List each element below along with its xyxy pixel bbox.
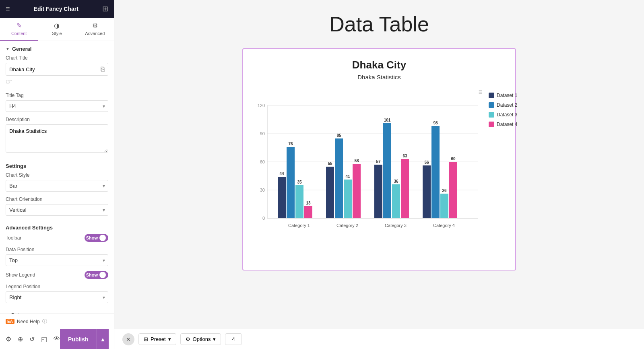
bar	[278, 177, 286, 218]
chart-toolbar[interactable]: ≡	[253, 89, 482, 96]
need-help-text: Need Help	[17, 319, 40, 324]
chart-subtitle-display: Dhaka Statistics	[253, 74, 506, 81]
legend-label-4: Dataset 4	[497, 122, 517, 127]
svg-text:36: 36	[394, 179, 398, 184]
description-field: Description Dhaka Statistics	[6, 117, 108, 154]
data-section-header[interactable]: ▶ Data	[6, 308, 108, 314]
bar	[423, 165, 431, 218]
toolbar-toggle[interactable]: Show	[85, 234, 108, 242]
legend-position-select[interactable]: RightLeftTopBottom	[6, 291, 108, 303]
bar	[335, 138, 343, 218]
chart-container: Dhaka City Dhaka Statistics ≡	[242, 48, 516, 271]
general-chevron-icon: ▼	[6, 47, 10, 51]
close-button[interactable]: ✕	[122, 333, 134, 345]
publish-expand-icon[interactable]: ▲	[97, 329, 109, 349]
bar	[304, 206, 312, 218]
svg-text:Category 1: Category 1	[288, 223, 310, 228]
legend-item-1: Dataset 1	[489, 93, 517, 98]
bottom-icons: ⚙ ⊕ ↺ ◱ 👁	[6, 335, 60, 343]
hamburger-icon[interactable]: ≡	[6, 5, 10, 13]
preset-grid-icon: ⊞	[144, 336, 148, 342]
copy-icon[interactable]: ⎘	[97, 63, 108, 75]
svg-text:56: 56	[424, 160, 429, 165]
bar	[431, 126, 440, 218]
sidebar-title: Edit Fancy Chart	[34, 6, 78, 12]
legend-label-3: Dataset 3	[497, 112, 517, 118]
title-tag-select[interactable]: H1H2H3H4H5H6	[6, 100, 108, 112]
template-bottom-icon[interactable]: ◱	[41, 335, 47, 343]
layers-bottom-icon[interactable]: ⊕	[18, 335, 23, 343]
chart-svg: 120 90 60 30 0 44	[253, 97, 482, 258]
bar	[449, 162, 457, 218]
svg-text:30: 30	[260, 188, 265, 192]
data-position-select[interactable]: TopBottomLeftRightNone	[6, 254, 108, 266]
chart-orientation-label: Chart Orientation	[6, 196, 108, 202]
svg-text:101: 101	[384, 118, 391, 122]
options-button[interactable]: ⚙ Options ▾	[180, 333, 221, 345]
show-legend-toggle-circle	[99, 272, 106, 278]
bottom-bar: ⚙ ⊕ ↺ ◱ 👁 Publish ▲ ✕ ⊞ Preset ▾ ⚙ Optio…	[0, 329, 644, 349]
bar	[383, 123, 391, 218]
grid-icon[interactable]: ⊞	[102, 4, 108, 13]
svg-text:76: 76	[288, 142, 293, 146]
show-legend-toggle[interactable]: Show	[85, 271, 108, 279]
legend-position-select-wrapper: RightLeftTopBottom	[6, 291, 108, 303]
toolbar-toggle-circle	[99, 235, 106, 241]
eye-bottom-icon[interactable]: 👁	[54, 335, 60, 343]
publish-button[interactable]: Publish	[60, 329, 97, 349]
tab-style[interactable]: ◑ Style	[38, 18, 76, 41]
options-gear-icon: ⚙	[186, 336, 190, 342]
bar	[353, 164, 361, 218]
chart-area: ≡ 120 90 60	[253, 89, 506, 260]
sidebar-header: ≡ Edit Fancy Chart ⊞	[0, 0, 114, 18]
bar	[326, 167, 334, 218]
tab-advanced[interactable]: ⚙ Advanced	[76, 18, 114, 41]
show-legend-label: Show Legend	[6, 272, 35, 278]
help-circle-icon: ⓘ	[42, 318, 47, 325]
chart-title-label: Chart Title	[6, 55, 108, 61]
svg-text:55: 55	[328, 161, 332, 166]
chart-title-input-wrapper: ⎘	[6, 63, 108, 76]
svg-text:35: 35	[297, 180, 302, 184]
bottom-bar-left: ⚙ ⊕ ↺ ◱ 👁 Publish ▲	[0, 329, 114, 349]
page-title: Data Table	[126, 12, 632, 36]
content-tab-icon: ✎	[17, 22, 22, 29]
preset-chevron-icon: ▾	[168, 336, 171, 342]
publish-section: Publish ▲	[60, 329, 109, 349]
chart-orientation-select[interactable]: VerticalHorizontal	[6, 204, 108, 216]
data-position-select-wrapper: TopBottomLeftRightNone	[6, 254, 108, 266]
legend-color-1	[489, 93, 494, 98]
svg-text:98: 98	[433, 121, 438, 125]
svg-text:0: 0	[262, 216, 265, 221]
svg-text:120: 120	[258, 103, 265, 108]
chart-style-select[interactable]: BarLinePieDoughnut	[6, 180, 108, 192]
title-tag-field: Title Tag H1H2H3H4H5H6	[6, 93, 108, 112]
undo-bottom-icon[interactable]: ↺	[29, 335, 35, 343]
svg-text:41: 41	[345, 174, 350, 179]
bar	[392, 184, 400, 218]
chart-orientation-select-wrapper: VerticalHorizontal	[6, 204, 108, 216]
title-tag-label: Title Tag	[6, 93, 108, 98]
legend-item-2: Dataset 2	[489, 102, 517, 108]
preset-button[interactable]: ⊞ Preset ▾	[138, 333, 176, 345]
bar	[440, 194, 448, 218]
general-section-header[interactable]: ▼ General	[6, 41, 108, 55]
svg-text:13: 13	[306, 201, 311, 205]
tab-content[interactable]: ✎ Content	[0, 18, 38, 41]
bar	[344, 180, 352, 218]
settings-bottom-icon[interactable]: ⚙	[6, 335, 11, 343]
sidebar-tabs: ✎ Content ◑ Style ⚙ Advanced	[0, 18, 114, 41]
svg-text:26: 26	[442, 188, 447, 193]
need-help-link[interactable]: EA Need Help ⓘ	[6, 318, 47, 325]
preset-label: Preset	[151, 336, 166, 342]
main-content: Data Table Dhaka City Dhaka Statistics ≡	[114, 0, 644, 329]
page-number: 4	[225, 333, 242, 345]
sidebar-footer: EA Need Help ⓘ	[0, 314, 114, 329]
sidebar: ≡ Edit Fancy Chart ⊞ ✎ Content ◑ Style ⚙…	[0, 0, 114, 329]
bar	[287, 147, 295, 218]
description-textarea[interactable]: Dhaka Statistics	[6, 124, 108, 153]
bar	[295, 185, 303, 218]
chart-title-input[interactable]	[6, 64, 97, 75]
bar	[374, 165, 382, 218]
svg-text:85: 85	[336, 133, 341, 138]
